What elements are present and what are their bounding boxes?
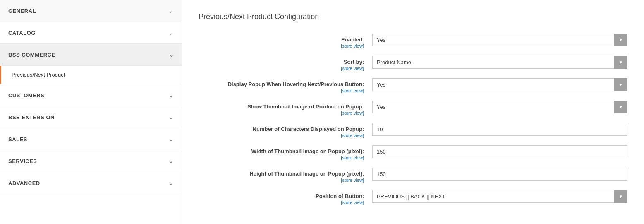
select-position-button[interactable]: PREVIOUS || BACK || NEXTBACK || PREVIOUS… <box>372 190 627 203</box>
form-label-cell-show-thumbnail: Show Thumbnail Image of Product on Popup… <box>199 101 372 116</box>
main-content: Previous/Next Product Configuration Enab… <box>182 0 644 224</box>
form-label-cell-width-thumbnail: Width of Thumbnail Image on Popup (pixel… <box>199 145 372 160</box>
sidebar-item-label-customers: CUSTOMERS <box>8 92 44 99</box>
form-label-cell-enabled: Enabled:[store view] <box>199 34 372 48</box>
store-view-link-display-popup[interactable]: [store view] <box>199 88 364 93</box>
select-enabled[interactable]: YesNo <box>372 34 627 46</box>
form-control-cell-show-thumbnail: YesNo <box>372 101 627 113</box>
form-label-show-thumbnail: Show Thumbnail Image of Product on Popup… <box>199 104 364 110</box>
chevron-icon: ⌄ <box>168 7 174 14</box>
sidebar-item-label-advanced: ADVANCED <box>8 180 40 186</box>
input-width-thumbnail[interactable] <box>372 145 627 158</box>
select-sort-by[interactable]: Product NamePricePosition <box>372 56 627 69</box>
chevron-icon: ⌄ <box>168 180 174 186</box>
chevron-icon: ⌃ <box>168 51 174 58</box>
form-row-num-chars: Number of Characters Displayed on Popup:… <box>199 123 627 138</box>
select-wrapper-show-thumbnail: YesNo <box>372 101 627 113</box>
sidebar-item-label-bss-commerce: BSS COMMERCE <box>8 52 55 58</box>
sidebar-item-header-catalog[interactable]: CATALOG⌄ <box>0 22 182 43</box>
select-display-popup[interactable]: YesNo <box>372 78 627 91</box>
form-control-cell-position-button: PREVIOUS || BACK || NEXTBACK || PREVIOUS… <box>372 190 627 203</box>
input-num-chars[interactable] <box>372 123 627 136</box>
sidebar-sub-item-prev-next-product[interactable]: Previous/Next Product <box>0 66 182 84</box>
sidebar-item-header-sales[interactable]: SALES⌄ <box>0 128 182 150</box>
form-row-enabled: Enabled:[store view]YesNo <box>199 34 627 48</box>
select-wrapper-sort-by: Product NamePricePosition <box>372 56 627 69</box>
page-title: Previous/Next Product Configuration <box>199 12 627 21</box>
select-wrapper-display-popup: YesNo <box>372 78 627 91</box>
sidebar-item-header-customers[interactable]: CUSTOMERS⌄ <box>0 84 182 106</box>
form-row-height-thumbnail: Height of Thumbnail Image on Popup (pixe… <box>199 168 627 183</box>
form-label-cell-height-thumbnail: Height of Thumbnail Image on Popup (pixe… <box>199 168 372 183</box>
sidebar-item-label-services: SERVICES <box>8 158 37 164</box>
sidebar-item-sales[interactable]: SALES⌄ <box>0 128 182 150</box>
form-control-cell-display-popup: YesNo <box>372 78 627 91</box>
sidebar-item-label-bss-extension: BSS EXTENSION <box>8 114 55 120</box>
chevron-icon: ⌄ <box>168 136 174 142</box>
store-view-link-num-chars[interactable]: [store view] <box>199 133 364 138</box>
form-label-num-chars: Number of Characters Displayed on Popup: <box>199 126 364 132</box>
form-label-display-popup: Display Popup When Hovering Next/Previou… <box>199 81 364 87</box>
sidebar-sub-bss-commerce: Previous/Next Product <box>0 65 182 84</box>
config-form: Enabled:[store view]YesNoSort by:[store … <box>199 34 627 205</box>
sidebar-item-label-sales: SALES <box>8 136 27 142</box>
form-control-cell-enabled: YesNo <box>372 34 627 46</box>
sidebar-item-header-advanced[interactable]: ADVANCED⌄ <box>0 172 182 194</box>
form-row-position-button: Position of Button:[store view]PREVIOUS … <box>199 190 627 205</box>
sidebar-item-customers[interactable]: CUSTOMERS⌄ <box>0 84 182 106</box>
form-row-display-popup: Display Popup When Hovering Next/Previou… <box>199 78 627 93</box>
form-label-cell-sort-by: Sort by:[store view] <box>199 56 372 71</box>
input-height-thumbnail[interactable] <box>372 168 627 181</box>
app-layout: GENERAL⌄CATALOG⌄BSS COMMERCE⌃Previous/Ne… <box>0 0 644 224</box>
form-label-width-thumbnail: Width of Thumbnail Image on Popup (pixel… <box>199 148 364 154</box>
form-row-sort-by: Sort by:[store view]Product NamePricePos… <box>199 56 627 71</box>
form-row-show-thumbnail: Show Thumbnail Image of Product on Popup… <box>199 101 627 116</box>
sidebar-item-header-general[interactable]: GENERAL⌄ <box>0 0 182 22</box>
sidebar-item-catalog[interactable]: CATALOG⌄ <box>0 22 182 44</box>
form-control-cell-num-chars <box>372 123 627 136</box>
store-view-link-height-thumbnail[interactable]: [store view] <box>199 178 364 183</box>
sidebar-item-header-bss-extension[interactable]: BSS EXTENSION⌄ <box>0 106 182 128</box>
select-wrapper-enabled: YesNo <box>372 34 627 46</box>
sidebar-item-advanced[interactable]: ADVANCED⌄ <box>0 172 182 194</box>
form-control-cell-sort-by: Product NamePricePosition <box>372 56 627 69</box>
sidebar: GENERAL⌄CATALOG⌄BSS COMMERCE⌃Previous/Ne… <box>0 0 182 224</box>
store-view-link-width-thumbnail[interactable]: [store view] <box>199 155 364 160</box>
form-label-height-thumbnail: Height of Thumbnail Image on Popup (pixe… <box>199 171 364 177</box>
form-label-enabled: Enabled: <box>199 36 364 43</box>
store-view-link-show-thumbnail[interactable]: [store view] <box>199 111 364 116</box>
form-row-width-thumbnail: Width of Thumbnail Image on Popup (pixel… <box>199 145 627 160</box>
sidebar-item-services[interactable]: SERVICES⌄ <box>0 150 182 172</box>
chevron-icon: ⌄ <box>168 92 174 99</box>
chevron-icon: ⌄ <box>168 114 174 120</box>
sidebar-item-header-services[interactable]: SERVICES⌄ <box>0 150 182 172</box>
sidebar-item-header-bss-commerce[interactable]: BSS COMMERCE⌃ <box>0 44 182 65</box>
form-control-cell-height-thumbnail <box>372 168 627 181</box>
form-label-cell-num-chars: Number of Characters Displayed on Popup:… <box>199 123 372 138</box>
form-label-cell-display-popup: Display Popup When Hovering Next/Previou… <box>199 78 372 93</box>
store-view-link-position-button[interactable]: [store view] <box>199 200 364 205</box>
sidebar-item-bss-extension[interactable]: BSS EXTENSION⌄ <box>0 106 182 128</box>
form-label-sort-by: Sort by: <box>199 59 364 65</box>
select-wrapper-position-button: PREVIOUS || BACK || NEXTBACK || PREVIOUS… <box>372 190 627 203</box>
chevron-icon: ⌄ <box>168 29 174 36</box>
store-view-link-sort-by[interactable]: [store view] <box>199 66 364 71</box>
select-show-thumbnail[interactable]: YesNo <box>372 101 627 113</box>
form-control-cell-width-thumbnail <box>372 145 627 158</box>
sidebar-item-label-catalog: CATALOG <box>8 30 36 36</box>
store-view-link-enabled[interactable]: [store view] <box>199 43 364 48</box>
sidebar-item-label-general: GENERAL <box>8 8 36 14</box>
chevron-icon: ⌄ <box>168 158 174 164</box>
form-label-position-button: Position of Button: <box>199 193 364 199</box>
sidebar-item-bss-commerce[interactable]: BSS COMMERCE⌃Previous/Next Product <box>0 44 182 84</box>
sidebar-item-general[interactable]: GENERAL⌄ <box>0 0 182 22</box>
form-label-cell-position-button: Position of Button:[store view] <box>199 190 372 205</box>
